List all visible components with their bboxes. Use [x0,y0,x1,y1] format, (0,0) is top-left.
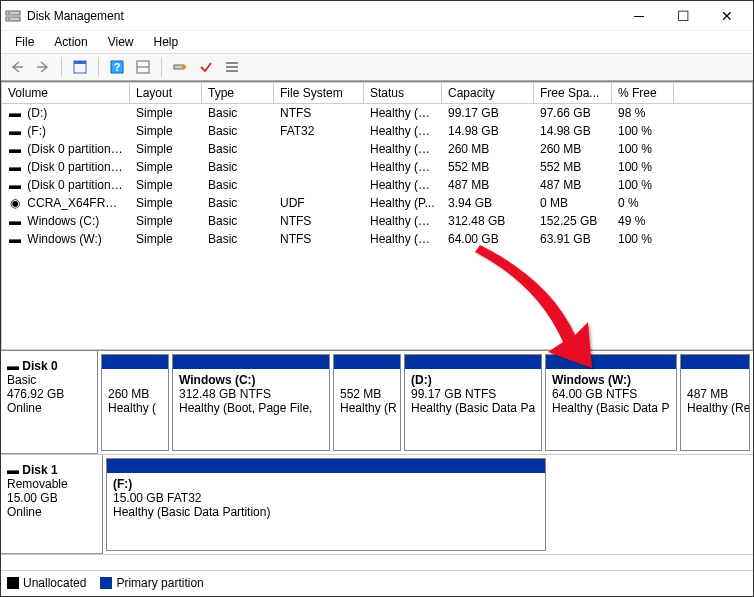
forward-button[interactable] [31,56,55,78]
drive-icon: ▬ [8,178,22,192]
volume-list-pane: Volume Layout Type File System Status Ca… [1,81,753,350]
col-spacer [674,83,753,104]
col-status[interactable]: Status [364,83,442,104]
col-filesystem[interactable]: File System [274,83,364,104]
drive-icon: ▬ [8,142,22,156]
svg-rect-13 [226,66,238,68]
drive-icon: ▬ [8,232,22,246]
legend-primary: Primary partition [116,576,203,590]
partition[interactable]: (D:)99.17 GB NTFSHealthy (Basic Data Pa [404,354,542,451]
volume-row[interactable]: ◉ CCRA_X64FRE_EN...SimpleBasicUDFHealthy… [2,194,752,212]
svg-point-2 [8,12,10,14]
help-button[interactable]: ? [105,56,129,78]
menu-file[interactable]: File [7,33,42,51]
back-button[interactable] [5,56,29,78]
svg-point-11 [182,65,186,69]
svg-text:?: ? [114,61,121,73]
drive-icon: ▬ [8,124,22,138]
col-type[interactable]: Type [202,83,274,104]
view-button[interactable] [68,56,92,78]
volume-table-header: Volume Layout Type File System Status Ca… [2,83,753,104]
disc-icon: ◉ [8,196,22,210]
col-free-space[interactable]: Free Spa... [534,83,612,104]
svg-point-3 [8,18,10,20]
app-icon [5,8,21,24]
col-percent-free[interactable]: % Free [612,83,674,104]
minimize-button[interactable]: ─ [617,2,661,30]
disk-info[interactable]: ▬ Disk 1Removable15.00 GBOnline [1,455,103,554]
partition[interactable]: (F:)15.00 GB FAT32Healthy (Basic Data Pa… [106,458,546,551]
volume-row[interactable]: ▬ (D:)SimpleBasicNTFSHealthy (B...99.17 … [2,104,752,122]
close-button[interactable]: ✕ [705,2,749,30]
partition[interactable]: Windows (W:)64.00 GB NTFSHealthy (Basic … [545,354,677,451]
disk-graphical-pane: ▬ Disk 0Basic476.92 GBOnline260 MBHealth… [1,350,753,570]
drive-icon: ▬ [8,160,22,174]
menu-help[interactable]: Help [146,33,187,51]
legend-unallocated: Unallocated [23,576,86,590]
menu-view[interactable]: View [100,33,142,51]
svg-rect-14 [226,70,238,72]
menubar: File Action View Help [1,31,753,53]
window-title: Disk Management [27,9,617,23]
col-volume[interactable]: Volume [2,83,130,104]
partition[interactable]: 260 MBHealthy ( [101,354,169,451]
disk-row: ▬ Disk 0Basic476.92 GBOnline260 MBHealth… [1,351,753,455]
col-layout[interactable]: Layout [130,83,202,104]
list-button[interactable] [220,56,244,78]
volume-row[interactable]: ▬ Windows (C:)SimpleBasicNTFSHealthy (B.… [2,212,752,230]
disk-row: ▬ Disk 1Removable15.00 GBOnline(F:)15.00… [1,455,753,555]
maximize-button[interactable]: ☐ [661,2,705,30]
toolbar: ? [1,53,753,81]
partition[interactable]: Windows (C:)312.48 GB NTFSHealthy (Boot,… [172,354,330,451]
volume-row[interactable]: ▬ (Disk 0 partition 4)SimpleBasicHealthy… [2,158,752,176]
svg-rect-5 [74,61,86,64]
volume-row[interactable]: ▬ (Disk 0 partition 6)SimpleBasicHealthy… [2,176,752,194]
svg-rect-12 [226,62,238,64]
partition[interactable]: 487 MBHealthy (Re [680,354,750,451]
disk-icon: ▬ [7,463,19,477]
drive-icon: ▬ [8,106,22,120]
settings-button[interactable] [168,56,192,78]
menu-action[interactable]: Action [46,33,95,51]
drive-icon: ▬ [8,214,22,228]
partition[interactable]: 552 MBHealthy (R [333,354,401,451]
volume-row[interactable]: ▬ (Disk 0 partition 1)SimpleBasicHealthy… [2,140,752,158]
volume-row[interactable]: ▬ (F:)SimpleBasicFAT32Healthy (B...14.98… [2,122,752,140]
disk-info[interactable]: ▬ Disk 0Basic476.92 GBOnline [1,351,98,454]
col-capacity[interactable]: Capacity [442,83,534,104]
layout-button[interactable] [131,56,155,78]
legend: Unallocated Primary partition [1,570,753,594]
volume-row[interactable]: ▬ Windows (W:)SimpleBasicNTFSHealthy (B.… [2,230,752,248]
disk-icon: ▬ [7,359,19,373]
check-button[interactable] [194,56,218,78]
